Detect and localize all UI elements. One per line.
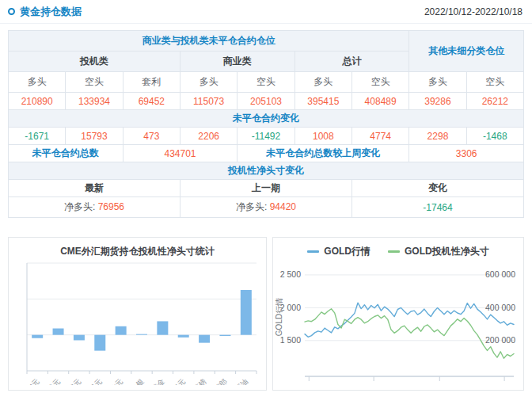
net-change-value: -17464 bbox=[352, 197, 523, 218]
svg-text:600 000: 600 000 bbox=[485, 269, 515, 279]
change-value: 1008 bbox=[294, 128, 352, 145]
legend-item: GOLD行情 bbox=[307, 245, 370, 258]
open-interest-value: 69452 bbox=[123, 93, 180, 110]
change-value: 15793 bbox=[66, 128, 123, 145]
title-wrap: 黄金持仓数据 bbox=[8, 5, 82, 19]
svg-text:美元: 美元 bbox=[46, 377, 62, 385]
open-interest-value: 205103 bbox=[238, 93, 294, 110]
svg-text:原油: 原油 bbox=[234, 377, 249, 385]
net-latest-cell: 净多头: 76956 bbox=[9, 197, 180, 218]
open-interest-value: 395415 bbox=[294, 93, 352, 110]
svg-text:澳元: 澳元 bbox=[67, 377, 83, 385]
svg-text:400 000: 400 000 bbox=[485, 303, 515, 312]
change-value: 2206 bbox=[180, 128, 237, 145]
subgroup-commercial: 商业类 bbox=[180, 52, 294, 72]
net-section-header: 投机性净头寸变化 bbox=[9, 162, 524, 180]
svg-text:2 500: 2 500 bbox=[280, 269, 301, 279]
col-header: 多头 bbox=[9, 72, 66, 93]
open-interest-value: 39286 bbox=[409, 93, 466, 110]
svg-text:纽元: 纽元 bbox=[171, 377, 187, 385]
line-chart-legend: GOLD行情GOLD投机性净头寸 bbox=[273, 245, 523, 258]
change-value: -11492 bbox=[238, 128, 294, 145]
open-interest-value: 133934 bbox=[66, 93, 123, 110]
net-col-latest: 最新 bbox=[9, 180, 180, 197]
open-interest-value: 115073 bbox=[180, 93, 237, 110]
col-header: 多头 bbox=[294, 72, 352, 93]
date-range: 2022/10/12-2022/10/18 bbox=[424, 6, 522, 17]
subgroup-speculative: 投机类 bbox=[9, 52, 180, 72]
page-title: 黄金持仓数据 bbox=[20, 5, 82, 19]
svg-text:英镑: 英镑 bbox=[192, 377, 208, 385]
positions-table: 商业类与投机类未平仓合约仓位 其他未细分类仓位 投机类 商业类 总计 多头 空头… bbox=[8, 30, 524, 218]
open-interest-value: 26212 bbox=[466, 93, 523, 110]
group-header-cell: 商业类与投机类未平仓合约仓位 bbox=[9, 31, 409, 52]
other-header-cell: 其他未细分类仓位 bbox=[409, 31, 524, 72]
col-header: 套利 bbox=[123, 72, 180, 93]
col-header: 多头 bbox=[180, 72, 237, 93]
change-value: 2298 bbox=[409, 128, 466, 145]
col-header: 空头 bbox=[238, 72, 294, 93]
net-latest-label: 净多头: bbox=[64, 201, 95, 212]
gold-line-chart-panel: GOLD行情GOLD投机性净头寸 2 500600 0002 000400 00… bbox=[272, 237, 524, 391]
net-previous-cell: 净多头: 94420 bbox=[180, 197, 352, 218]
open-interest-value: 210890 bbox=[9, 93, 66, 110]
gold-positions-page: 黄金持仓数据 2022/10/12-2022/10/18 商业类与投机类未平仓合… bbox=[0, 0, 532, 393]
legend-label: GOLD行情 bbox=[324, 245, 370, 258]
bar-chart-title: CME外汇期货持仓投机性净头寸统计 bbox=[9, 245, 266, 258]
change-section-header: 未平仓合约变化 bbox=[9, 110, 524, 128]
net-latest-value: 76956 bbox=[98, 201, 124, 212]
legend-label: GOLD投机性净头寸 bbox=[405, 245, 489, 258]
svg-text:欧元: 欧元 bbox=[108, 377, 124, 385]
total-oi-value: 434701 bbox=[123, 145, 238, 162]
col-header: 空头 bbox=[352, 72, 408, 93]
net-col-change: 变化 bbox=[352, 180, 523, 197]
total-oi-change-value: 3306 bbox=[409, 145, 524, 162]
cme-net-position-bar-chart-panel: CME外汇期货持仓投机性净头寸统计 加元美元澳元日元欧元白银黄金纽元英镑瑞郎原油 bbox=[8, 237, 267, 391]
line-chart-svg: 2 500600 0002 000400 0001 500200 000GOLD… bbox=[275, 259, 522, 386]
charts-row: CME外汇期货持仓投机性净头寸统计 加元美元澳元日元欧元白银黄金纽元英镑瑞郎原油… bbox=[8, 237, 524, 391]
change-value: -1671 bbox=[9, 128, 66, 145]
svg-text:白银: 白银 bbox=[130, 377, 146, 385]
bar-chart-svg: 加元美元澳元日元欧元白银黄金纽元英镑瑞郎原油 bbox=[13, 260, 262, 385]
header-bar: 黄金持仓数据 2022/10/12-2022/10/18 bbox=[0, 0, 532, 24]
col-header: 空头 bbox=[466, 72, 523, 93]
legend-dash-icon bbox=[307, 250, 319, 253]
svg-text:瑞郎: 瑞郎 bbox=[212, 377, 229, 385]
svg-text:黄金: 黄金 bbox=[150, 377, 166, 385]
circle-bullet-icon bbox=[8, 8, 15, 15]
net-col-previous: 上一期 bbox=[180, 180, 352, 197]
change-value: 473 bbox=[123, 128, 180, 145]
svg-text:200 000: 200 000 bbox=[485, 335, 515, 345]
net-previous-value: 94420 bbox=[270, 201, 296, 212]
total-oi-label: 未平仓合约总数 bbox=[9, 145, 124, 162]
svg-text:日元: 日元 bbox=[88, 377, 104, 385]
col-header: 多头 bbox=[409, 72, 466, 93]
col-header: 空头 bbox=[66, 72, 123, 93]
legend-item: GOLD投机性净头寸 bbox=[388, 245, 489, 258]
total-oi-change-label: 未平仓合约总数较上周变化 bbox=[238, 145, 409, 162]
change-value: 4774 bbox=[352, 128, 408, 145]
change-value: -1468 bbox=[466, 128, 523, 145]
svg-text:加元: 加元 bbox=[25, 377, 41, 385]
svg-text:GOLD行情: GOLD行情 bbox=[275, 298, 283, 336]
net-previous-label: 净多头: bbox=[236, 201, 267, 212]
subgroup-total: 总计 bbox=[294, 52, 409, 72]
open-interest-value: 408489 bbox=[352, 93, 408, 110]
legend-dash-icon bbox=[388, 250, 400, 253]
